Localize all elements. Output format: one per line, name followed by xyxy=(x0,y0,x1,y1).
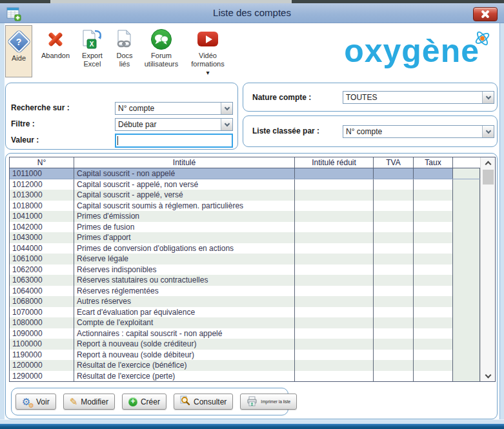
scroll-up-button[interactable] xyxy=(481,157,495,168)
table-row[interactable]: 1018000 Capital souscrit soumis à réglem… xyxy=(10,201,480,212)
help-label: Aide xyxy=(12,54,26,63)
magnifier-doc-icon xyxy=(180,395,190,408)
modify-button[interactable]: ✎ Modifier xyxy=(63,394,115,410)
chevron-down-icon xyxy=(221,103,232,114)
plus-icon: + xyxy=(128,397,137,406)
table-row[interactable]: 1200000 Résultat de l'exercice (bénéfice… xyxy=(10,360,480,371)
table-row[interactable]: 1063000 Réserves statutaires ou contract… xyxy=(10,275,480,286)
filter-label: Filtre : xyxy=(11,119,35,128)
table-row[interactable]: 1011000 Capital souscrit - non appelé xyxy=(10,168,480,179)
search-filter-panel: Recherche sur : N° compte Filtre : Début… xyxy=(5,83,238,150)
table-row[interactable]: 1064000 Réserves réglementées xyxy=(10,286,480,297)
svg-text:X: X xyxy=(90,41,94,48)
nature-label: Nature compte : xyxy=(252,93,311,102)
action-buttons-bar: ⚙⚙ Voir ✎ Modifier + Créer xyxy=(11,388,288,415)
search-on-label: Recherche sur : xyxy=(11,103,70,112)
column-header-tva[interactable]: TVA xyxy=(374,157,414,168)
view-button[interactable]: ⚙⚙ Voir xyxy=(15,394,56,410)
sort-select[interactable]: N° compte xyxy=(343,125,494,138)
table-row[interactable]: 1012000 Capital souscrit - appelé, non v… xyxy=(10,179,480,190)
table-body: 1011000 Capital souscrit - non appelé 10… xyxy=(10,168,480,381)
bottom-bar xyxy=(0,424,504,429)
video-play-icon xyxy=(197,32,218,46)
close-icon xyxy=(480,9,490,19)
table-row[interactable]: 1190000 Report à nouveau (solde débiteur… xyxy=(10,350,480,361)
gears-icon: ⚙⚙ xyxy=(22,397,33,407)
table-header: N° Intitulé Intitulé réduit TVA Taux xyxy=(10,157,480,168)
sort-panel: Liste classée par : N° compte xyxy=(243,115,498,147)
chevron-down-icon[interactable]: ▾ xyxy=(206,70,209,75)
column-header-taux[interactable]: Taux xyxy=(414,157,453,168)
text-caret xyxy=(117,136,118,145)
close-button[interactable] xyxy=(473,7,498,21)
accounts-table: N° Intitulé Intitulé réduit TVA Taux 101… xyxy=(9,157,496,382)
column-header-label[interactable]: Intitulé xyxy=(74,157,295,168)
create-button[interactable]: + Créer xyxy=(122,394,166,410)
table-row[interactable]: 1061000 Réserve légale xyxy=(10,254,480,264)
nature-select[interactable]: TOUTES xyxy=(343,91,494,104)
table-row[interactable]: 1090000 Actionnaires : capital souscrit … xyxy=(10,328,480,339)
table-row[interactable]: 1068000 Autres réserves xyxy=(10,296,480,307)
chevron-down-icon xyxy=(221,119,232,130)
table-row[interactable]: 1044000 Primes de conversion d'obligatio… xyxy=(10,243,480,254)
column-header-reduit[interactable]: Intitulé réduit xyxy=(295,157,374,168)
help-diamond-icon: ? xyxy=(7,30,30,53)
title-bar: Liste des comptes xyxy=(0,3,504,23)
vertical-scrollbar[interactable] xyxy=(480,157,495,381)
page-title: Liste des comptes xyxy=(0,3,504,23)
table-row[interactable]: 1043000 Primes d'apport xyxy=(10,232,480,243)
export-excel-icon: X xyxy=(81,27,104,51)
forum-icon xyxy=(150,27,172,51)
search-on-select[interactable]: N° compte xyxy=(115,102,233,115)
forum-button[interactable]: Forum utilisateurs xyxy=(132,27,190,68)
window-border-left xyxy=(0,23,5,419)
consult-button[interactable]: Consulter xyxy=(174,394,233,410)
account-nature-panel: Nature compte : TOUTES xyxy=(243,83,498,112)
window-border-bottom xyxy=(0,419,504,424)
column-header-num[interactable]: N° xyxy=(10,157,74,168)
scroll-down-button[interactable] xyxy=(481,370,495,381)
table-row[interactable]: 1013000 Capital souscrit - appelé, versé xyxy=(10,190,480,201)
value-input[interactable] xyxy=(115,134,233,148)
application-window: Liste des comptes ? Aide Abandon xyxy=(0,0,504,429)
table-row[interactable]: 1041000 Primes d'émission xyxy=(10,211,480,222)
table-row[interactable]: 1042000 Primes de fusion xyxy=(10,222,480,233)
table-row[interactable]: 1290000 Résultat de l'exercice (perte) xyxy=(10,371,480,382)
chevron-down-icon xyxy=(482,126,494,137)
printer-icon xyxy=(247,396,257,407)
table-row[interactable]: 1080000 Compte de l'exploitant xyxy=(10,317,480,328)
filter-select[interactable]: Débute par xyxy=(115,118,233,131)
chevron-down-icon xyxy=(482,92,494,103)
scrollbar-thumb[interactable] xyxy=(483,170,494,185)
table-row[interactable]: 1070000 Ecart d'évaluation par équivalen… xyxy=(10,307,480,318)
value-label: Valeur : xyxy=(11,135,39,145)
table-row[interactable]: 1100000 Report à nouveau (solde créditeu… xyxy=(10,339,480,350)
help-button[interactable]: ? Aide xyxy=(5,25,32,77)
chevron-down-icon xyxy=(485,372,491,378)
accounts-grid-panel: N° Intitulé Intitulé réduit TVA Taux 101… xyxy=(5,153,498,419)
abandon-x-icon xyxy=(47,31,64,48)
sort-label: Liste classée par : xyxy=(252,126,319,135)
print-list-button[interactable]: Imprimer la liste xyxy=(240,394,297,410)
table-row[interactable]: 1062000 Réserves indisponibles xyxy=(10,264,480,275)
chevron-up-icon xyxy=(485,161,491,167)
pencil-icon: ✎ xyxy=(70,397,78,406)
window-border-right xyxy=(499,23,504,419)
video-trainings-button[interactable]: Vidéo formations ▾ xyxy=(183,27,233,75)
oxygene-logo: oxygène xyxy=(344,35,479,67)
atom-icon xyxy=(474,30,491,50)
